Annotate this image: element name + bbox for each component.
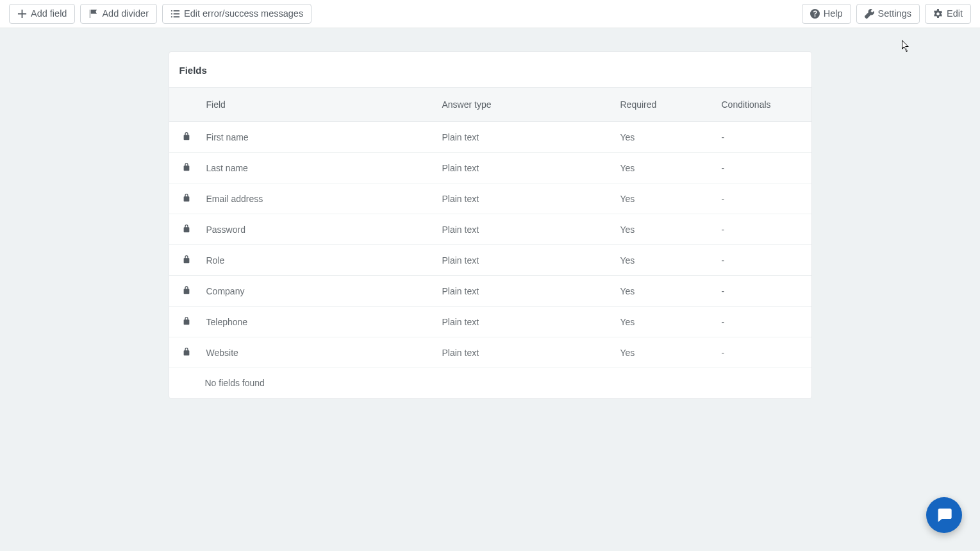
cell-field: Telephone (204, 307, 436, 337)
table-row[interactable]: PasswordPlain textYes- (169, 214, 811, 245)
table-row[interactable]: RolePlain textYes- (169, 245, 811, 276)
cell-conditionals: - (715, 183, 811, 214)
page-body: Fields Field Answer type Required Condit… (0, 28, 980, 437)
cell-conditionals: - (715, 337, 811, 368)
cell-required: Yes (614, 183, 715, 214)
plus-icon (17, 9, 27, 19)
settings-button[interactable]: Settings (856, 4, 920, 24)
fields-table: Field Answer type Required Conditionals … (169, 87, 811, 398)
cell-answer-type: Plain text (436, 214, 614, 245)
table-header-row: Field Answer type Required Conditionals (169, 88, 811, 122)
empty-message: No fields found (169, 368, 811, 399)
fields-panel: Fields Field Answer type Required Condit… (169, 51, 812, 399)
cell-conditionals: - (715, 245, 811, 276)
lock-icon (169, 214, 204, 245)
panel-title: Fields (169, 52, 811, 87)
col-type-header: Answer type (436, 88, 614, 122)
cell-answer-type: Plain text (436, 153, 614, 183)
table-row[interactable]: WebsitePlain textYes- (169, 337, 811, 368)
edit-button[interactable]: Edit (925, 4, 971, 24)
lock-icon (169, 122, 204, 153)
cell-required: Yes (614, 307, 715, 337)
help-icon (810, 9, 820, 19)
cell-required: Yes (614, 122, 715, 153)
add-field-button[interactable]: Add field (9, 4, 75, 24)
help-button[interactable]: Help (802, 4, 851, 24)
cell-answer-type: Plain text (436, 122, 614, 153)
col-lock-header (169, 88, 204, 122)
cell-answer-type: Plain text (436, 276, 614, 307)
cell-field: Company (204, 276, 436, 307)
cell-answer-type: Plain text (436, 337, 614, 368)
cell-required: Yes (614, 153, 715, 183)
lock-icon (169, 245, 204, 276)
chat-launcher[interactable] (926, 497, 962, 533)
edit-label: Edit (947, 8, 963, 19)
cell-conditionals: - (715, 153, 811, 183)
cell-field: Website (204, 337, 436, 368)
col-field-header: Field (204, 88, 436, 122)
table-row[interactable]: Email addressPlain textYes- (169, 183, 811, 214)
cell-required: Yes (614, 337, 715, 368)
cell-required: Yes (614, 214, 715, 245)
cell-required: Yes (614, 245, 715, 276)
settings-label: Settings (878, 8, 911, 19)
cell-conditionals: - (715, 122, 811, 153)
lock-icon (169, 183, 204, 214)
cell-field: Role (204, 245, 436, 276)
table-row[interactable]: Last namePlain textYes- (169, 153, 811, 183)
toolbar: Add field Add divider Edit error/success… (0, 0, 980, 28)
cell-answer-type: Plain text (436, 245, 614, 276)
lock-icon (169, 153, 204, 183)
table-row[interactable]: CompanyPlain textYes- (169, 276, 811, 307)
add-field-label: Add field (31, 8, 67, 19)
cell-field: Last name (204, 153, 436, 183)
cell-conditionals: - (715, 307, 811, 337)
col-conditionals-header: Conditionals (715, 88, 811, 122)
help-label: Help (824, 8, 843, 19)
add-divider-button[interactable]: Add divider (80, 4, 157, 24)
cell-field: Password (204, 214, 436, 245)
cell-answer-type: Plain text (436, 307, 614, 337)
lock-icon (169, 307, 204, 337)
cell-required: Yes (614, 276, 715, 307)
table-row[interactable]: First namePlain textYes- (169, 122, 811, 153)
add-divider-label: Add divider (102, 8, 149, 19)
edit-messages-button[interactable]: Edit error/success messages (162, 4, 311, 24)
wrench-icon (865, 9, 874, 19)
empty-row: No fields found (169, 368, 811, 399)
table-row[interactable]: TelephonePlain textYes- (169, 307, 811, 337)
cell-conditionals: - (715, 276, 811, 307)
cell-conditionals: - (715, 214, 811, 245)
chat-icon (935, 505, 953, 525)
lock-icon (169, 337, 204, 368)
cell-answer-type: Plain text (436, 183, 614, 214)
gear-icon (933, 9, 943, 19)
edit-messages-label: Edit error/success messages (184, 8, 303, 19)
flag-icon (88, 9, 98, 19)
cell-field: First name (204, 122, 436, 153)
cell-field: Email address (204, 183, 436, 214)
list-icon (170, 9, 180, 19)
col-required-header: Required (614, 88, 715, 122)
lock-icon (169, 276, 204, 307)
